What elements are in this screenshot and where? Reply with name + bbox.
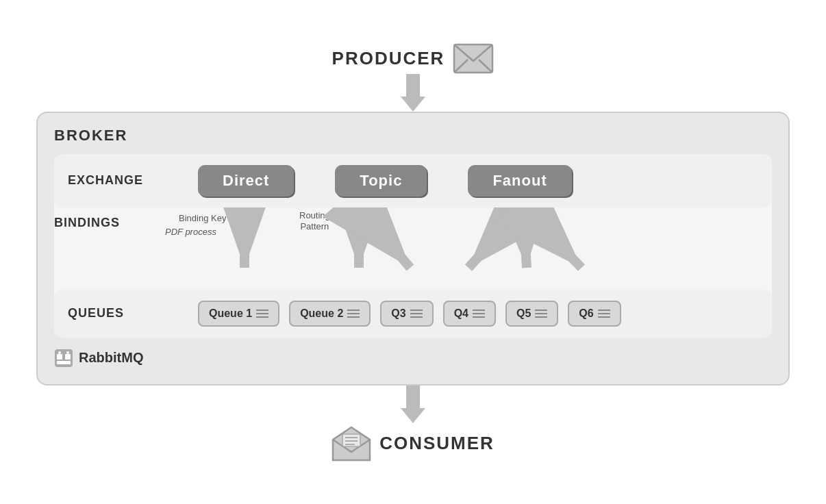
rabbitmq-text: RabbitMQ: [79, 350, 143, 366]
fanout-button[interactable]: Fanout: [468, 165, 571, 197]
svg-rect-11: [57, 354, 62, 360]
bindings-label: BINDINGS: [54, 207, 143, 230]
queue-2: Queue 2: [289, 301, 371, 327]
queue-lines-icon: [598, 310, 610, 318]
queue-1: Queue 1: [198, 301, 279, 327]
arrow-shaft-1: [406, 74, 420, 97]
exchange-section: EXCHANGE Direct Topic Fanout: [54, 154, 772, 207]
producer-envelope-icon: [453, 43, 494, 74]
broker-title: BROKER: [54, 127, 772, 144]
svg-line-6: [359, 207, 410, 268]
queue-q6: Q6: [568, 301, 621, 327]
rabbitmq-logo-icon: [54, 349, 73, 368]
exchange-label: EXCHANGE: [68, 173, 157, 188]
queue-lines-icon: [256, 310, 268, 318]
rabbitmq-footer: RabbitMQ: [54, 349, 772, 368]
bindings-section: BINDINGS Binding Key PDF process Routing…: [54, 207, 772, 290]
exchange-buttons: Direct Topic Fanout: [157, 165, 758, 197]
diagram: PRODUCER BROKER EXCHANGE Direct Topic: [36, 43, 790, 462]
topic-button[interactable]: Topic: [335, 165, 427, 197]
queue-lines-icon: [535, 310, 547, 318]
queue-q3: Q3: [380, 301, 433, 327]
queue-lines-icon: [410, 310, 423, 318]
consumer-envelope-icon: [331, 426, 371, 462]
consumer-section: CONSUMER: [331, 423, 495, 462]
consumer-label: CONSUMER: [331, 426, 495, 462]
arrow-head-2: [401, 408, 425, 423]
queues-section: QUEUES Queue 1 Queue 2 Q3 Q: [54, 290, 772, 338]
queue-q4: Q4: [443, 301, 496, 327]
svg-rect-13: [57, 361, 71, 364]
broker-box: BROKER EXCHANGE Direct Topic Fanout BIND…: [36, 112, 790, 386]
producer-section: PRODUCER: [332, 43, 495, 74]
consumer-text: CONSUMER: [379, 433, 495, 454]
direct-button[interactable]: Direct: [198, 165, 294, 197]
queue-lines-icon: [347, 310, 360, 318]
producer-to-broker-arrow: [401, 74, 425, 112]
producer-label: PRODUCER: [332, 43, 495, 74]
svg-line-9: [523, 207, 581, 268]
inner-panel: EXCHANGE Direct Topic Fanout BINDINGS Bi…: [54, 154, 772, 338]
bindings-arrows-svg: [143, 207, 760, 290]
svg-line-7: [468, 207, 523, 268]
producer-text: PRODUCER: [332, 48, 445, 69]
broker-to-consumer-arrow: [401, 386, 425, 423]
svg-point-15: [66, 351, 69, 354]
queues-label: QUEUES: [68, 306, 157, 320]
queue-lines-icon: [473, 310, 485, 318]
svg-rect-12: [65, 354, 71, 360]
arrow-head-1: [401, 97, 425, 112]
svg-point-14: [58, 351, 61, 354]
arrow-shaft-2: [406, 386, 420, 408]
bindings-content: Binding Key PDF process RoutingPattern: [143, 207, 772, 290]
queue-q5: Q5: [505, 301, 558, 327]
queues-list: Queue 1 Queue 2 Q3 Q4: [157, 301, 758, 327]
